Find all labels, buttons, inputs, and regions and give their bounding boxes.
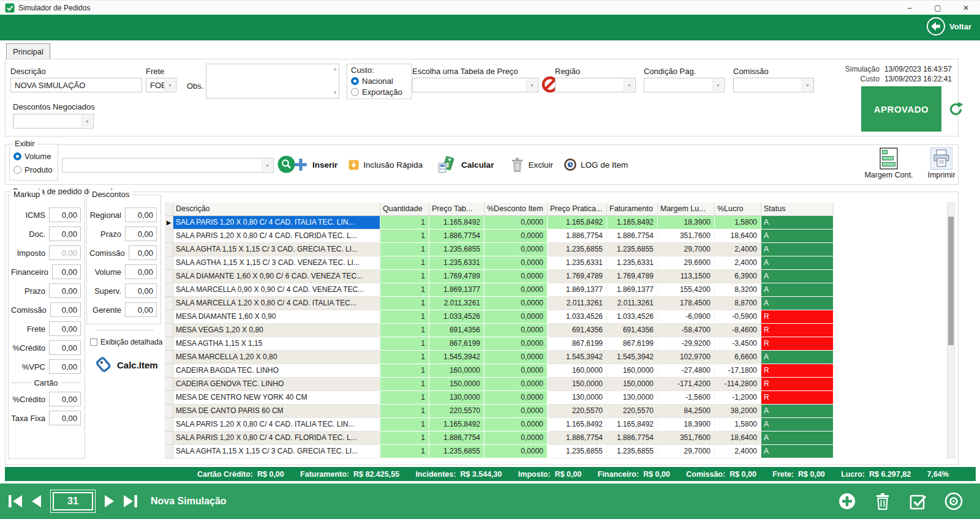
margem-cont-button[interactable]: Margem Cont. [862,147,916,179]
chevron-down-icon[interactable]: ▼ [262,159,273,171]
refresh-icon[interactable] [948,101,964,118]
scroll-down-icon[interactable]: ▼ [333,91,337,95]
first-record-button[interactable] [5,491,26,512]
param-input-prazo[interactable]: 0,00 [49,283,81,298]
excluir-button[interactable]: Excluir [511,157,553,173]
add-record-button[interactable] [837,491,858,512]
table-row[interactable]: SALA MARCELLA 0,90 X 0,90 C/ 4 CAD. VENE… [165,283,834,297]
inserir-button[interactable]: Inserir [293,157,337,172]
table-row[interactable]: MESA DIAMANTE 1,60 X 0,9011.033,45260,00… [165,310,834,324]
minimize-button[interactable]: – [895,1,924,15]
table-row[interactable]: MESA DE CANTO PARIS 60 CM1220,55700,0000… [165,405,834,418]
table-row[interactable]: SALA PARIS 1,20 X 0,80 C/ 4 CAD. FLORIDA… [165,431,834,445]
table-row[interactable]: MESA DE CENTRO NEW YORK 40 CM1130,00000,… [165,391,834,405]
param-input-doc[interactable]: 0,00 [49,226,81,241]
last-record-button[interactable] [120,491,141,512]
param-input-icms[interactable]: 0,00 [49,207,81,222]
chevron-down-icon[interactable]: ▼ [802,79,813,91]
table-row[interactable]: SALA MARCELLA 1,20 X 0,80 C/ 4 CAD. ITAL… [165,297,834,310]
table-row[interactable]: MESA AGTHA 1,15 X 1,151867,61990,0000867… [165,337,834,351]
table-row[interactable]: SALA AGTHA 1,15 X 1,15 C/ 3 CAD. VENEZA … [165,256,834,270]
table-row[interactable]: CADEIRA BAGDA TEC. LINHO1160,00000,00001… [165,364,834,378]
table-row[interactable]: SALA PARIS 1,20 X 0,80 C/ 4 CAD. ITALIA … [165,418,834,431]
param-input-taxa-fixa[interactable]: 0,00 [49,411,81,425]
descontos-negociados-select[interactable]: ▼ [13,114,94,129]
scroll-up-icon[interactable]: ▲ [333,67,337,72]
search-icon[interactable] [277,155,295,173]
status-badge-aprovado[interactable]: APROVADO [861,86,941,132]
param-input-imposto[interactable]: 0,00 [49,245,81,260]
regiao-select[interactable]: ▼ [555,78,636,92]
chevron-down-icon[interactable]: ▼ [712,79,723,91]
param-input-gerente[interactable]: 0,00 [125,302,157,317]
column-header-pre-o-pratica[interactable]: Preço Pratica... [548,203,607,216]
tabela-preco-select[interactable]: ▼ [412,78,538,92]
table-row[interactable]: SALA PARIS 1,20 X 0,80 C/ 4 CAD. FLORIDA… [165,230,834,243]
param-input-frete[interactable]: 0,00 [49,321,81,336]
chevron-down-icon[interactable]: ▼ [164,79,175,91]
column-header-pre-o-tab[interactable]: Preço Tab... [429,203,484,216]
tab-principal[interactable]: Principal [6,43,50,60]
chevron-down-icon[interactable]: ▼ [624,79,635,91]
vertical-scrollbar[interactable] [947,203,955,458]
radio-on-icon [13,152,21,160]
column-header-quantidade[interactable]: Quantidade [380,203,429,216]
column-header-lucro[interactable]: %Lucro [715,203,761,216]
param-input-regional[interactable]: 0,00 [125,207,157,222]
calcular-button[interactable]: $ Calcular [437,155,494,174]
comissao-select[interactable]: ▼ [733,78,814,92]
radio-off-icon [13,166,21,174]
chevron-down-icon[interactable]: ▼ [526,79,537,91]
param-input-volume[interactable]: 0,00 [125,264,157,279]
frete-select[interactable]: FOB ▼ [146,78,176,92]
next-record-button[interactable] [99,491,120,512]
table-row[interactable]: MESA MARCELLA 1,20 X 0,8011.545,39420,00… [165,351,834,364]
column-header-margem-lu[interactable]: Margem Lu... [658,203,715,216]
save-record-button[interactable] [908,491,929,512]
exibicao-detalhada-checkbox[interactable]: Exibição detalhada [90,338,162,346]
cell-preco-praticado: 1.769,4789 [548,270,607,283]
view-record-button[interactable] [943,491,964,512]
column-header-status[interactable]: Status [761,203,834,216]
table-row[interactable]: ▶SALA PARIS 1,20 X 0,80 C/ 4 CAD. ITALIA… [165,216,834,230]
inclusao-rapida-button[interactable]: Inclusão Rápida [349,160,423,170]
table-row[interactable]: SALA DIAMANTE 1,60 X 0,90 C/ 6 CAD. VENE… [165,270,834,283]
radio-exportacao[interactable]: Exportação [351,88,402,97]
calc-item-button[interactable]: Calc.Item [95,356,158,373]
radio-nacional[interactable]: Nacional [351,77,393,86]
param-input-superv[interactable]: 0,00 [125,283,157,298]
table-row[interactable]: MESA VEGAS 1,20 X 0,801691,43560,0000691… [165,324,834,337]
scrollbar-thumb[interactable] [948,217,954,345]
param-input-comiss-o[interactable]: 0,00 [50,302,81,317]
column-header-desconto-item[interactable]: %Desconto Item [484,203,548,216]
table-row[interactable]: SALA AGHTA 1,15 X 1,15 C/ 3 CAD. GRECIA … [165,243,834,256]
delete-record-button[interactable] [872,491,893,512]
param-input-prazo[interactable]: 0,00 [125,226,157,241]
log-de-item-button[interactable]: LOG de Item [564,159,628,171]
column-header-descri-o[interactable]: Descrição [173,203,380,216]
param-input-vpc[interactable]: 0,00 [49,359,81,374]
close-button[interactable]: ✕ [952,1,980,15]
param-input-comiss-o[interactable]: 0,00 [129,245,157,260]
obs-textarea[interactable]: ▲ ▼ [206,64,339,99]
row-indicator [165,378,173,391]
column-header-faturamento[interactable]: Faturamento [607,203,658,216]
param-label: Gerente [92,305,121,315]
item-search-select[interactable]: ▼ [62,158,274,173]
radio-produto[interactable]: Produto [13,165,53,174]
param-input-financeiro[interactable]: 0,00 [52,264,81,279]
previous-record-button[interactable] [26,491,47,512]
param-input-cr-dito[interactable]: 0,00 [49,340,81,355]
table-row[interactable]: SALA AGHTA 1,15 X 1,15 C/ 3 CAD. GRECIA … [165,445,834,458]
param-input-cr-dito[interactable]: 0,00 [49,392,81,406]
imprimir-button[interactable]: Imprimir [922,147,961,179]
chevron-down-icon[interactable]: ▼ [81,115,92,127]
maximize-button[interactable]: ▢ [924,1,952,15]
param-label: Taxa Fixa [11,414,45,423]
descricao-input[interactable]: NOVA SIMULAÇÃO [10,78,142,92]
voltar-button[interactable]: Voltar [927,17,971,35]
record-number-box[interactable]: 31 [50,490,96,513]
radio-volume[interactable]: Volume [13,152,51,161]
condicao-pag-select[interactable]: ▼ [644,78,725,92]
table-row[interactable]: CADEIRA GENOVA TEC. LINHO1150,00000,0000… [165,378,834,391]
